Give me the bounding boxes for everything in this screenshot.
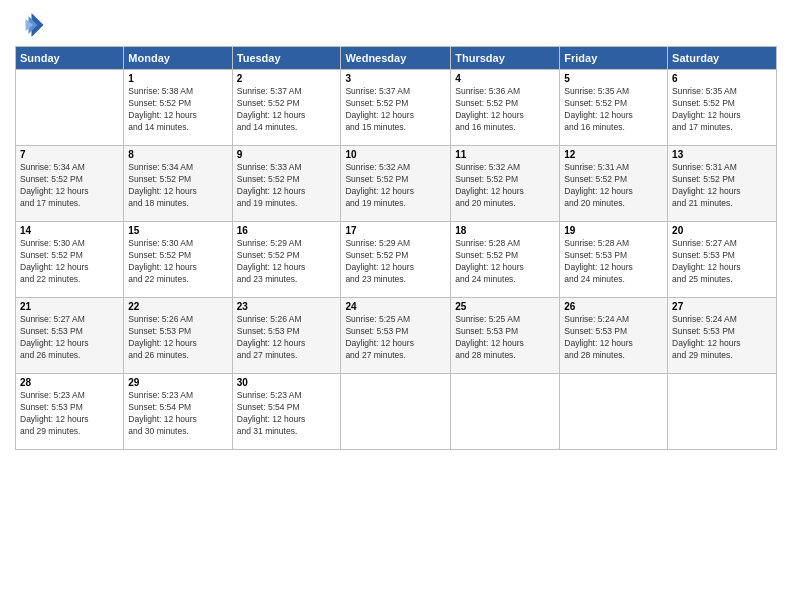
day-info: Sunrise: 5:31 AM Sunset: 5:52 PM Dayligh… [672,162,772,210]
day-number: 22 [128,301,227,312]
day-number: 19 [564,225,663,236]
day-info: Sunrise: 5:33 AM Sunset: 5:52 PM Dayligh… [237,162,337,210]
calendar-cell: 30Sunrise: 5:23 AM Sunset: 5:54 PM Dayli… [232,374,341,450]
day-number: 20 [672,225,772,236]
day-number: 28 [20,377,119,388]
day-info: Sunrise: 5:26 AM Sunset: 5:53 PM Dayligh… [237,314,337,362]
day-number: 24 [345,301,446,312]
day-number: 6 [672,73,772,84]
calendar-cell: 21Sunrise: 5:27 AM Sunset: 5:53 PM Dayli… [16,298,124,374]
day-info: Sunrise: 5:27 AM Sunset: 5:53 PM Dayligh… [20,314,119,362]
day-number: 4 [455,73,555,84]
calendar-cell: 28Sunrise: 5:23 AM Sunset: 5:53 PM Dayli… [16,374,124,450]
day-info: Sunrise: 5:30 AM Sunset: 5:52 PM Dayligh… [20,238,119,286]
day-number: 1 [128,73,227,84]
day-info: Sunrise: 5:32 AM Sunset: 5:52 PM Dayligh… [345,162,446,210]
logo-icon [15,10,45,40]
day-info: Sunrise: 5:29 AM Sunset: 5:52 PM Dayligh… [237,238,337,286]
calendar-week-row: 1Sunrise: 5:38 AM Sunset: 5:52 PM Daylig… [16,70,777,146]
day-info: Sunrise: 5:25 AM Sunset: 5:53 PM Dayligh… [345,314,446,362]
calendar-cell: 23Sunrise: 5:26 AM Sunset: 5:53 PM Dayli… [232,298,341,374]
calendar-week-row: 14Sunrise: 5:30 AM Sunset: 5:52 PM Dayli… [16,222,777,298]
day-number: 18 [455,225,555,236]
day-info: Sunrise: 5:35 AM Sunset: 5:52 PM Dayligh… [564,86,663,134]
day-info: Sunrise: 5:37 AM Sunset: 5:52 PM Dayligh… [345,86,446,134]
calendar-cell: 18Sunrise: 5:28 AM Sunset: 5:52 PM Dayli… [451,222,560,298]
calendar-cell: 2Sunrise: 5:37 AM Sunset: 5:52 PM Daylig… [232,70,341,146]
day-info: Sunrise: 5:27 AM Sunset: 5:53 PM Dayligh… [672,238,772,286]
day-number: 3 [345,73,446,84]
day-info: Sunrise: 5:38 AM Sunset: 5:52 PM Dayligh… [128,86,227,134]
day-number: 12 [564,149,663,160]
day-number: 5 [564,73,663,84]
logo [15,10,49,40]
calendar-cell: 8Sunrise: 5:34 AM Sunset: 5:52 PM Daylig… [124,146,232,222]
day-info: Sunrise: 5:24 AM Sunset: 5:53 PM Dayligh… [672,314,772,362]
day-number: 8 [128,149,227,160]
day-number: 11 [455,149,555,160]
day-number: 16 [237,225,337,236]
calendar-cell: 17Sunrise: 5:29 AM Sunset: 5:52 PM Dayli… [341,222,451,298]
calendar-cell: 25Sunrise: 5:25 AM Sunset: 5:53 PM Dayli… [451,298,560,374]
day-info: Sunrise: 5:23 AM Sunset: 5:54 PM Dayligh… [128,390,227,438]
calendar-cell: 3Sunrise: 5:37 AM Sunset: 5:52 PM Daylig… [341,70,451,146]
calendar-cell [341,374,451,450]
weekday-header: Thursday [451,47,560,70]
day-number: 26 [564,301,663,312]
day-number: 10 [345,149,446,160]
calendar-cell [560,374,668,450]
day-info: Sunrise: 5:34 AM Sunset: 5:52 PM Dayligh… [20,162,119,210]
calendar-cell: 9Sunrise: 5:33 AM Sunset: 5:52 PM Daylig… [232,146,341,222]
weekday-header: Sunday [16,47,124,70]
day-info: Sunrise: 5:30 AM Sunset: 5:52 PM Dayligh… [128,238,227,286]
calendar-cell: 26Sunrise: 5:24 AM Sunset: 5:53 PM Dayli… [560,298,668,374]
day-info: Sunrise: 5:35 AM Sunset: 5:52 PM Dayligh… [672,86,772,134]
calendar-cell: 27Sunrise: 5:24 AM Sunset: 5:53 PM Dayli… [668,298,777,374]
weekday-header: Wednesday [341,47,451,70]
calendar-cell: 14Sunrise: 5:30 AM Sunset: 5:52 PM Dayli… [16,222,124,298]
day-number: 23 [237,301,337,312]
day-number: 7 [20,149,119,160]
weekday-header: Tuesday [232,47,341,70]
day-number: 15 [128,225,227,236]
day-number: 21 [20,301,119,312]
header [15,10,777,40]
calendar-cell: 12Sunrise: 5:31 AM Sunset: 5:52 PM Dayli… [560,146,668,222]
calendar-cell: 1Sunrise: 5:38 AM Sunset: 5:52 PM Daylig… [124,70,232,146]
weekday-header-row: SundayMondayTuesdayWednesdayThursdayFrid… [16,47,777,70]
day-number: 13 [672,149,772,160]
day-info: Sunrise: 5:23 AM Sunset: 5:54 PM Dayligh… [237,390,337,438]
calendar-cell [668,374,777,450]
calendar-week-row: 28Sunrise: 5:23 AM Sunset: 5:53 PM Dayli… [16,374,777,450]
calendar-cell: 16Sunrise: 5:29 AM Sunset: 5:52 PM Dayli… [232,222,341,298]
weekday-header: Saturday [668,47,777,70]
calendar-cell: 29Sunrise: 5:23 AM Sunset: 5:54 PM Dayli… [124,374,232,450]
calendar-cell: 4Sunrise: 5:36 AM Sunset: 5:52 PM Daylig… [451,70,560,146]
day-info: Sunrise: 5:26 AM Sunset: 5:53 PM Dayligh… [128,314,227,362]
calendar-cell: 24Sunrise: 5:25 AM Sunset: 5:53 PM Dayli… [341,298,451,374]
page: SundayMondayTuesdayWednesdayThursdayFrid… [0,0,792,612]
day-number: 25 [455,301,555,312]
day-number: 14 [20,225,119,236]
day-info: Sunrise: 5:25 AM Sunset: 5:53 PM Dayligh… [455,314,555,362]
day-info: Sunrise: 5:24 AM Sunset: 5:53 PM Dayligh… [564,314,663,362]
day-number: 27 [672,301,772,312]
calendar-cell: 11Sunrise: 5:32 AM Sunset: 5:52 PM Dayli… [451,146,560,222]
day-number: 9 [237,149,337,160]
calendar-cell: 22Sunrise: 5:26 AM Sunset: 5:53 PM Dayli… [124,298,232,374]
calendar-cell: 5Sunrise: 5:35 AM Sunset: 5:52 PM Daylig… [560,70,668,146]
calendar-cell [16,70,124,146]
calendar-week-row: 7Sunrise: 5:34 AM Sunset: 5:52 PM Daylig… [16,146,777,222]
day-info: Sunrise: 5:36 AM Sunset: 5:52 PM Dayligh… [455,86,555,134]
calendar-cell: 7Sunrise: 5:34 AM Sunset: 5:52 PM Daylig… [16,146,124,222]
day-info: Sunrise: 5:34 AM Sunset: 5:52 PM Dayligh… [128,162,227,210]
day-info: Sunrise: 5:28 AM Sunset: 5:53 PM Dayligh… [564,238,663,286]
calendar-cell: 19Sunrise: 5:28 AM Sunset: 5:53 PM Dayli… [560,222,668,298]
calendar-cell: 10Sunrise: 5:32 AM Sunset: 5:52 PM Dayli… [341,146,451,222]
weekday-header: Monday [124,47,232,70]
calendar-cell: 20Sunrise: 5:27 AM Sunset: 5:53 PM Dayli… [668,222,777,298]
day-number: 17 [345,225,446,236]
day-number: 30 [237,377,337,388]
calendar-cell: 13Sunrise: 5:31 AM Sunset: 5:52 PM Dayli… [668,146,777,222]
day-info: Sunrise: 5:37 AM Sunset: 5:52 PM Dayligh… [237,86,337,134]
